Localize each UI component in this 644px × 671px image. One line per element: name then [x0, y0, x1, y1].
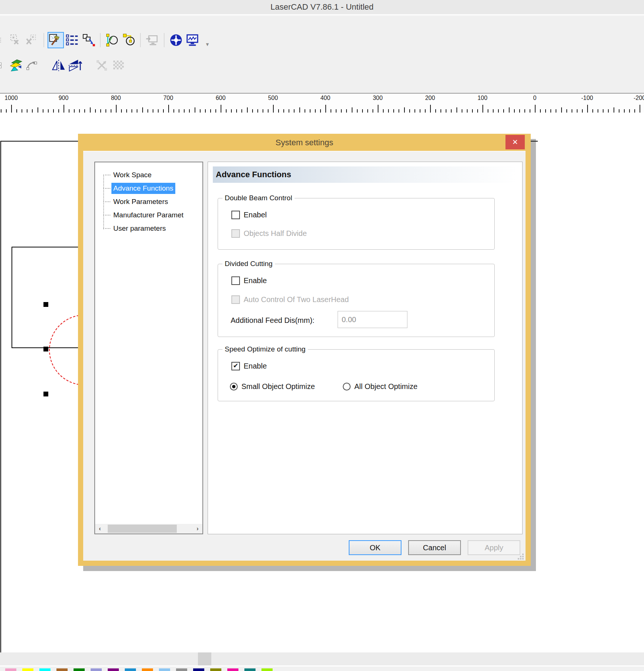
ruler-tick — [283, 109, 284, 113]
selection-handle[interactable] — [43, 392, 48, 396]
ruler-tick — [614, 107, 614, 113]
speed-optimize-enable-checkbox[interactable]: Enable — [231, 362, 267, 370]
resize-grip-icon[interactable] — [517, 553, 524, 560]
ruler-tick — [524, 109, 525, 113]
objects-half-divide-checkbox: Objects Half Divide — [231, 229, 307, 238]
mirror-horizontal-icon[interactable] — [51, 57, 67, 74]
color-swatch[interactable] — [159, 668, 170, 671]
ruler-tick — [289, 109, 289, 113]
ruler-tick — [488, 109, 488, 113]
checkbox-box[interactable] — [231, 276, 240, 285]
ruler-tick — [383, 109, 384, 113]
ruler-tick — [16, 109, 17, 113]
radio-dot[interactable] — [230, 383, 238, 390]
small-object-optimize-radio[interactable]: Small Object Optimize — [230, 382, 315, 391]
color-swatch[interactable] — [193, 668, 204, 671]
node-edit-icon[interactable] — [80, 32, 97, 48]
tree-scrollbar-thumb[interactable] — [108, 525, 177, 533]
dialog-title-bar[interactable]: System settings ✕ — [78, 134, 531, 151]
curve-edit-icon[interactable] — [104, 32, 120, 48]
all-object-optimize-radio[interactable]: All Object Optimize — [343, 382, 417, 391]
radio-dot[interactable] — [343, 383, 351, 390]
cancel-button[interactable]: Cancel — [408, 540, 461, 555]
tree-item-work-parameters[interactable]: Work Parameters — [111, 195, 202, 208]
color-swatch[interactable] — [22, 668, 33, 671]
object-properties-icon[interactable] — [64, 32, 80, 48]
color-swatch[interactable] — [108, 668, 119, 671]
color-swatch[interactable] — [125, 668, 136, 671]
ruler-tick — [624, 109, 625, 113]
ruler-tick — [514, 109, 515, 113]
enabel-checkbox[interactable]: Enabel — [231, 211, 267, 219]
color-swatch[interactable] — [244, 668, 256, 671]
color-swatch[interactable] — [74, 668, 85, 671]
canvas-horizontal-scrollbar[interactable] — [0, 652, 644, 665]
ruler-tick — [273, 105, 274, 113]
toolbar-row-2 — [0, 56, 126, 75]
toolbar-overflow-caret-icon[interactable]: ▼ — [205, 42, 210, 47]
ruler-tick — [168, 105, 169, 113]
dialog-body: Work Space Advance Functions Work Parame… — [83, 151, 526, 561]
additional-feed-input[interactable] — [338, 311, 407, 328]
tree-item-work-space[interactable]: Work Space — [111, 168, 202, 182]
color-swatch[interactable] — [176, 668, 187, 671]
auto-control-two-laserhead-checkbox: Auto Control Of Two LaserHead — [231, 295, 349, 304]
scroll-left-icon[interactable]: ‹ — [95, 524, 105, 534]
color-swatch[interactable] — [261, 668, 273, 671]
color-swatch[interactable] — [5, 668, 16, 671]
color-swatch[interactable] — [39, 668, 51, 671]
layer-color-palette — [0, 665, 644, 671]
ruler-tick — [58, 109, 59, 113]
ruler-tick — [79, 109, 80, 113]
checkbox-box — [231, 295, 240, 304]
divided-cutting-enable-checkbox[interactable]: Enable — [231, 276, 267, 285]
select-tool-icon[interactable] — [48, 32, 64, 48]
clipped-array-icon[interactable] — [0, 57, 7, 74]
layer-color-icon[interactable] — [7, 57, 24, 74]
ruler-tick — [189, 109, 190, 113]
ruler-tick — [325, 105, 326, 113]
rotate-object-icon[interactable] — [24, 57, 40, 74]
ruler-tick — [519, 109, 520, 113]
ruler-tick — [27, 109, 27, 113]
scroll-right-icon[interactable]: › — [193, 524, 202, 534]
color-swatch[interactable] — [91, 668, 102, 671]
ruler-label: 500 — [268, 95, 278, 101]
ruler-tick — [221, 105, 221, 113]
ruler-tick — [84, 109, 85, 113]
ruler-tick — [184, 109, 185, 113]
tree-item-advance-functions[interactable]: Advance Functions — [111, 182, 202, 195]
ok-button[interactable]: OK — [349, 540, 401, 555]
scrollbar-thumb[interactable] — [198, 652, 211, 665]
tree-item-user-parameters[interactable]: User parameters — [111, 222, 202, 235]
color-swatch[interactable] — [227, 668, 238, 671]
ruler-tick — [472, 109, 473, 113]
color-swatch[interactable] — [210, 668, 221, 671]
ruler-tick — [556, 109, 556, 113]
checkbox-box[interactable] — [231, 362, 240, 370]
ruler-tick — [111, 109, 111, 113]
ruler-tick — [137, 109, 137, 113]
ruler-tick — [456, 107, 457, 113]
selection-handle[interactable] — [43, 302, 48, 307]
tree-horizontal-scrollbar[interactable]: ‹ › — [95, 524, 202, 534]
close-icon[interactable]: ✕ — [505, 135, 525, 149]
tree-item-manufacturer-parameters[interactable]: Manufacturer Paramet — [111, 208, 202, 222]
mirror-vertical-icon[interactable] — [67, 57, 83, 74]
preview-monitor-icon[interactable] — [184, 32, 201, 48]
ruler-tick — [100, 109, 101, 113]
checkbox-box[interactable] — [231, 211, 240, 219]
selection-handle[interactable] — [43, 347, 48, 351]
simulate-icon[interactable] — [168, 32, 184, 48]
ruler-tick — [310, 109, 310, 113]
ruler-tick — [22, 109, 22, 113]
ruler-tick — [69, 109, 69, 113]
ruler-tick — [467, 109, 468, 113]
ruler-tick — [147, 109, 148, 113]
ruler-tick — [126, 109, 127, 113]
color-swatch[interactable] — [56, 668, 68, 671]
ruler-tick — [414, 109, 415, 113]
circle-center-icon[interactable] — [120, 32, 137, 48]
color-swatch[interactable] — [142, 668, 153, 671]
ruler-tick — [163, 109, 164, 113]
